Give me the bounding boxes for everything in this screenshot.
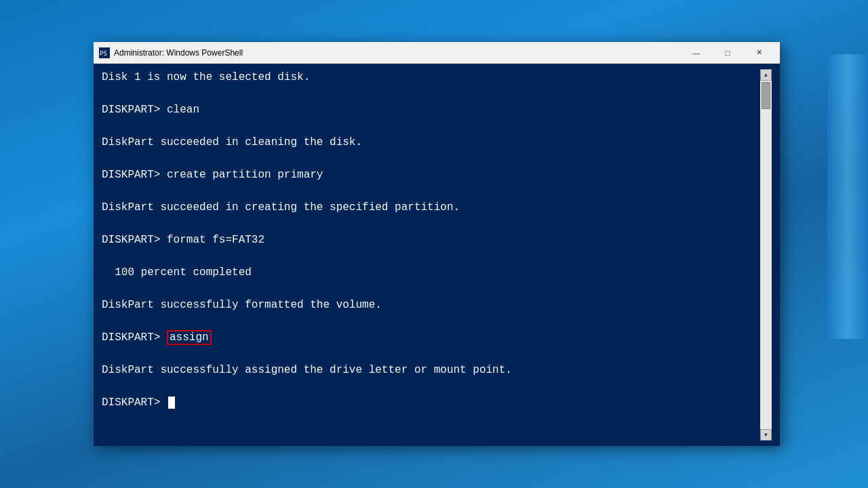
terminal-line-assign: DISKPART> assign <box>102 329 760 346</box>
scrollbar-track[interactable] <box>760 81 772 429</box>
assign-command-highlight: assign <box>167 330 212 345</box>
terminal-line-8: DiskPart successfully formatted the volu… <box>102 297 760 313</box>
scrollbar[interactable]: ▲ ▼ <box>760 69 772 441</box>
terminal-line-10: DiskPart successfully assigned the drive… <box>102 362 760 378</box>
terminal-cursor <box>168 396 175 409</box>
blank-line-9 <box>102 346 760 362</box>
close-button[interactable]: ✕ <box>743 42 774 64</box>
svg-text:PS: PS <box>100 50 107 57</box>
blank-line-3 <box>102 150 760 167</box>
blank-line-5 <box>102 216 760 232</box>
blank-line-2 <box>102 118 760 134</box>
terminal-line-6: DISKPART> format fs=FAT32 <box>102 232 760 248</box>
terminal-line-2: DISKPART> clean <box>102 102 760 118</box>
terminal-body[interactable]: Disk 1 is now the selected disk. DISKPAR… <box>94 64 780 446</box>
blank-line-7 <box>102 281 760 297</box>
desktop-right-panel <box>827 54 868 339</box>
scroll-down-button[interactable]: ▼ <box>760 429 772 441</box>
window-controls: — □ ✕ <box>681 42 774 64</box>
blank-line-4 <box>102 183 760 199</box>
diskpart-prompt-assign: DISKPART> <box>102 331 167 344</box>
terminal-line-4: DISKPART> create partition primary <box>102 167 760 183</box>
scroll-up-button[interactable]: ▲ <box>760 69 772 81</box>
scrollbar-thumb[interactable] <box>762 82 770 109</box>
terminal-line-5: DiskPart succeeded in creating the speci… <box>102 199 760 216</box>
minimize-button[interactable]: — <box>681 42 712 64</box>
powershell-window: PS Administrator: Windows PowerShell — □… <box>94 42 780 446</box>
terminal-line-7: 100 percent completed <box>102 264 760 281</box>
blank-line-6 <box>102 248 760 264</box>
terminal-line-3: DiskPart succeeded in cleaning the disk. <box>102 134 760 150</box>
terminal-line-prompt: DISKPART> <box>102 394 760 411</box>
blank-line-10 <box>102 378 760 394</box>
powershell-icon: PS <box>99 47 110 58</box>
terminal-content: Disk 1 is now the selected disk. DISKPAR… <box>102 69 760 441</box>
window-title: Administrator: Windows PowerShell <box>114 48 681 58</box>
blank-line-8 <box>102 313 760 329</box>
maximize-button[interactable]: □ <box>712 42 743 64</box>
terminal-line-1: Disk 1 is now the selected disk. <box>102 69 760 85</box>
blank-line-1 <box>102 85 760 102</box>
title-bar: PS Administrator: Windows PowerShell — □… <box>94 42 780 64</box>
